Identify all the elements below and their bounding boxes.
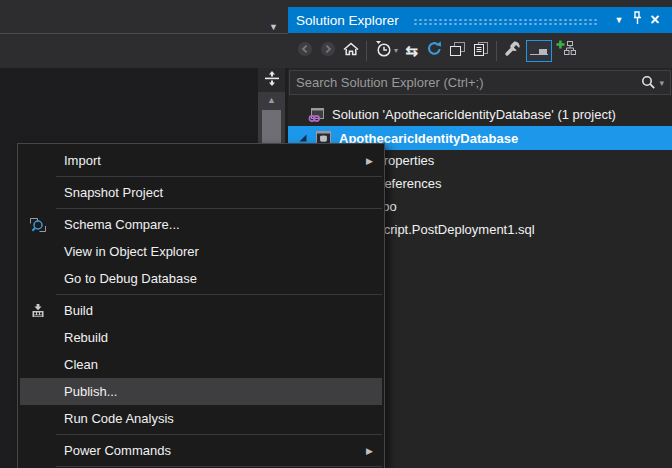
collapse-all-icon [449,41,466,61]
menu-item-label: Rebuild [64,330,108,345]
submenu-arrow-icon: ▶ [366,156,373,166]
tree-item-label: Script.PostDeployment1.sql [375,222,535,237]
scrollbar-thumb[interactable] [262,110,281,145]
toolbar-separator [366,41,367,61]
close-button[interactable]: × [646,11,664,29]
window-position-button[interactable]: ▼ [610,11,628,29]
titlebar-drag-grip[interactable] [413,18,598,26]
scope-history-button[interactable] [371,39,394,62]
menu-item-label: Power Commands [64,443,171,458]
menu-item-snapshot-project[interactable]: Snapshot Project [18,179,384,206]
menu-item-label: Snapshot Project [64,185,163,200]
menu-item-label: View in Object Explorer [64,244,199,259]
submenu-arrow-icon: ▶ [366,446,373,456]
history-dropdown-caret-icon[interactable]: ▾ [394,46,398,55]
project-context-menu: Import ▶ Snapshot Project Schema Compare… [17,143,385,468]
menu-separator [56,434,382,435]
build-icon [27,303,49,319]
show-all-files-button[interactable] [469,39,492,62]
panel-top-strip [288,0,672,7]
solution-explorer-titlebar[interactable]: Solution Explorer ▼ × [288,7,672,33]
menu-item-label: Clean [64,357,98,372]
search-input[interactable]: Search Solution Explorer (Ctrl+;) [290,75,641,90]
history-clock-icon [374,40,392,61]
menu-separator [56,294,382,295]
solution-explorer-toolbar: ▾ ⇆ [288,33,672,68]
pin-icon [632,11,643,29]
home-button[interactable] [339,39,362,62]
sync-arrows-icon: ⇆ [405,42,418,60]
menu-item-schema-compare[interactable]: Schema Compare... [18,211,384,238]
tree-item-solution[interactable]: Solution 'ApothecaricIdentityDatabase' (… [288,103,672,126]
pin-button[interactable] [628,11,646,29]
new-solution-explorer-view-button[interactable] [554,39,577,62]
menu-item-label: Publish... [64,384,117,399]
menu-item-rebuild[interactable]: Rebuild [18,324,384,351]
menu-item-build[interactable]: Build [18,297,384,324]
refresh-button[interactable] [423,39,446,62]
toolbar-separator [496,41,497,61]
menu-item-label: Schema Compare... [64,217,180,232]
menu-item-run-code-analysis[interactable]: Run Code Analysis [18,405,384,432]
menu-separator [56,208,382,209]
sync-active-document-button[interactable]: ⇆ [400,39,423,62]
search-icon[interactable] [641,75,656,90]
tree-view-plus-icon [556,40,576,61]
menu-item-label: Build [64,303,93,318]
home-icon [342,41,360,61]
splitter-handle[interactable] [258,68,285,92]
menu-separator [56,466,382,467]
wrench-icon [504,40,521,61]
menu-item-publish[interactable]: Publish... [20,378,382,405]
chevron-down-icon: ▼ [615,15,624,25]
menu-item-clean[interactable]: Clean [18,351,384,378]
back-icon [297,41,313,61]
panel-title: Solution Explorer [296,13,399,28]
left-secondary-strip [0,34,288,68]
menu-item-import[interactable]: Import ▶ [18,147,384,174]
menu-item-label: Run Code Analysis [64,411,174,426]
search-box[interactable]: Search Solution Explorer (Ctrl+;) ▾ [289,70,671,95]
schema-compare-icon [27,217,49,233]
menu-item-view-in-object-explorer[interactable]: View in Object Explorer [18,238,384,265]
scroll-up-icon[interactable]: ▲ [258,95,285,105]
show-all-files-icon [472,41,489,61]
preview-selected-items-icon [529,42,549,60]
forward-button[interactable] [316,39,339,62]
solution-icon [307,107,325,123]
refresh-icon [426,40,443,61]
left-toolbar-strip: ▼ [0,0,288,34]
menu-separator [56,176,382,177]
split-window-icon [264,71,280,90]
solution-label: Solution 'ApothecaricIdentityDatabase' (… [332,107,616,122]
menu-item-power-commands[interactable]: Power Commands ▶ [18,437,384,464]
search-options-caret-icon[interactable]: ▾ [659,78,664,88]
vs-window: ▼ ▲ Solution Explorer ▼ [0,0,672,468]
preview-selected-items-toggle[interactable] [526,40,552,62]
forward-icon [320,41,336,61]
collapse-all-button[interactable] [446,39,469,62]
properties-button[interactable] [501,39,524,62]
close-icon: × [650,12,659,28]
back-button[interactable] [293,39,316,62]
chevron-down-icon[interactable]: ▼ [269,23,278,32]
menu-item-label: Go to Debug Database [64,271,197,286]
menu-item-label: Import [64,153,101,168]
menu-item-go-to-debug-database[interactable]: Go to Debug Database [18,265,384,292]
